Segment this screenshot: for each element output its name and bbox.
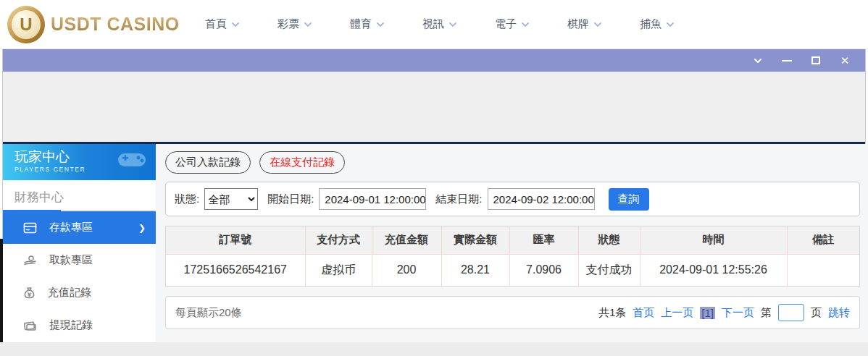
- chevron-down-icon: [376, 20, 385, 29]
- sidebar-item-recharge-record[interactable]: 充值記錄: [3, 276, 156, 309]
- sidebar-item-deposit-zone[interactable]: 存款專區 ❯: [3, 211, 156, 244]
- tab-company-deposit-record[interactable]: 公司入款記錄: [165, 151, 251, 174]
- background-left-sliver: [0, 239, 3, 342]
- col-exchange-rate: 匯率: [509, 226, 578, 254]
- page-bottom-strip: [0, 342, 868, 356]
- content-area: 公司入款記錄 在線支付記錄 狀態: 全部 開始日期: 結束日期: 查詢: [156, 144, 868, 342]
- records-table: 訂單號 支付方式 充值金額 實際金額 匯率 狀態 時間 備註 172516652: [165, 226, 860, 287]
- cell-status: 支付成功: [578, 254, 640, 286]
- logo-coin-icon: U: [7, 6, 45, 43]
- nav-item-sports[interactable]: 體育: [350, 17, 385, 31]
- logo-letter: U: [12, 10, 41, 39]
- cell-recharge-amount: 200: [372, 254, 441, 286]
- query-button[interactable]: 查詢: [609, 188, 649, 211]
- table-row: 1725166526542167 虚拟币 200 28.21 7.0906 支付…: [166, 254, 859, 286]
- sidebar-item-withdraw-zone[interactable]: 取款專區: [3, 244, 156, 276]
- sidebar-header: 玩家中心 PLAYERS CENTER: [3, 144, 156, 180]
- chevron-down-icon: [231, 20, 240, 29]
- main-nav: 首頁 彩票 體育 視訊 電子 棋牌 捕魚: [205, 17, 675, 31]
- total-count: 共1条: [598, 306, 626, 320]
- col-time: 時間: [640, 226, 787, 254]
- window-minimize-button[interactable]: [781, 55, 793, 67]
- record-tabs: 公司入款記錄 在線支付記錄: [165, 151, 860, 174]
- maximize-icon: [811, 56, 820, 64]
- window-main: 玩家中心 PLAYERS CENTER 財務中心 存款專區: [3, 144, 865, 342]
- nav-item-cards[interactable]: 棋牌: [567, 17, 602, 31]
- table-header-row: 訂單號 支付方式 充值金額 實際金額 匯率 狀態 時間 備註: [166, 226, 859, 254]
- cell-time: 2024-09-01 12:55:26: [640, 254, 787, 286]
- chevron-down-icon: [521, 20, 530, 29]
- col-recharge-amount: 充值金額: [372, 226, 441, 254]
- site-logo[interactable]: U USDT CASINO: [7, 6, 185, 43]
- deposit-card-icon: [23, 222, 37, 234]
- hand-money-icon: [23, 255, 37, 266]
- filter-bar: 狀態: 全部 開始日期: 結束日期: 查詢: [165, 182, 860, 216]
- minimize-icon: [782, 60, 792, 62]
- sidebar-item-label: 存款專區: [49, 221, 93, 234]
- sidebar: 玩家中心 PLAYERS CENTER 財務中心 存款專區: [3, 144, 156, 342]
- page-size-text: 每頁顯示20條: [175, 306, 242, 320]
- current-page-indicator: [1]: [700, 307, 715, 319]
- nav-item-lottery[interactable]: 彩票: [277, 17, 312, 31]
- nav-item-home[interactable]: 首頁: [205, 17, 240, 31]
- window-close-button[interactable]: ✕: [839, 55, 851, 67]
- site-navbar: U USDT CASINO 首頁 彩票 體育 視訊 電子 棋牌 捕魚: [0, 0, 868, 49]
- col-payment-method: 支付方式: [305, 226, 372, 254]
- status-label: 狀態:: [175, 192, 199, 206]
- nav-item-fishing[interactable]: 捕魚: [640, 17, 675, 31]
- jump-button[interactable]: 跳转: [828, 306, 850, 320]
- first-page-link[interactable]: 首页: [633, 306, 654, 320]
- money-bag-icon: [23, 287, 36, 299]
- gamepad-icon: [115, 149, 149, 171]
- col-order-number: 訂單號: [166, 226, 305, 254]
- nav-item-live[interactable]: 視訊: [422, 17, 457, 31]
- window-empty-area: [3, 72, 865, 142]
- jump-prefix-label: 第: [761, 306, 772, 320]
- jump-suffix-label: 页: [811, 306, 822, 320]
- start-date-input[interactable]: [319, 188, 426, 210]
- start-date-label: 開始日期:: [267, 192, 314, 206]
- window-dropdown-button[interactable]: [752, 55, 764, 67]
- chevron-right-icon: ❯: [138, 223, 146, 233]
- cell-remark: [787, 254, 859, 286]
- sidebar-section-title: 財務中心: [3, 180, 156, 210]
- sidebar-item-label: 提現記錄: [49, 318, 93, 332]
- end-date-label: 結束日期:: [435, 192, 482, 206]
- window-titlebar: ✕: [3, 49, 865, 72]
- col-remark: 備註: [787, 226, 859, 254]
- chevron-down-icon: [448, 20, 457, 29]
- chevron-down-icon: [754, 56, 762, 65]
- end-date-input[interactable]: [488, 188, 595, 210]
- col-actual-amount: 實際金額: [441, 226, 509, 254]
- cell-payment-method: 虚拟币: [305, 254, 372, 286]
- wallet-icon: [23, 320, 37, 331]
- status-select[interactable]: 全部: [204, 188, 258, 210]
- cell-exchange-rate: 7.0906: [509, 254, 578, 286]
- logo-text: USDT CASINO: [51, 14, 180, 35]
- col-status: 狀態: [578, 226, 640, 254]
- jump-page-input[interactable]: [778, 304, 804, 321]
- cell-order-number: 1725166526542167: [166, 254, 305, 286]
- nav-item-slots[interactable]: 電子: [495, 17, 530, 31]
- pagination-bar: 每頁顯示20條 共1条 首页 上一页 [1] 下一页 第 页 跳转: [165, 296, 860, 329]
- chevron-down-icon: [666, 20, 675, 29]
- sidebar-item-label: 充值記錄: [48, 286, 91, 300]
- tab-online-payment-record[interactable]: 在線支付記錄: [259, 151, 345, 174]
- sidebar-item-label: 取款專區: [49, 253, 93, 267]
- next-page-link[interactable]: 下一页: [722, 306, 754, 320]
- sidebar-item-withdrawal-record[interactable]: 提現記錄: [3, 309, 156, 342]
- player-center-window: ✕ 玩家中心 PLAYERS CENTER 財務中心: [2, 49, 866, 342]
- chevron-down-icon: [304, 20, 312, 29]
- chevron-down-icon: [593, 20, 602, 29]
- prev-page-link[interactable]: 上一页: [661, 306, 693, 320]
- window-maximize-button[interactable]: [810, 55, 822, 67]
- cell-actual-amount: 28.21: [441, 254, 509, 286]
- pager: 共1条 首页 上一页 [1] 下一页 第 页 跳转: [598, 304, 850, 321]
